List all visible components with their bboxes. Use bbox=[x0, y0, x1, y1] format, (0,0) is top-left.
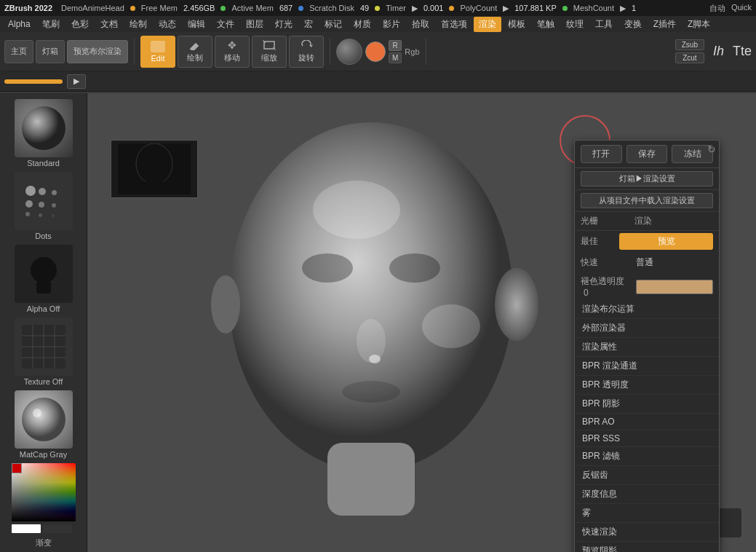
color-picker-area[interactable] bbox=[12, 463, 76, 533]
svg-point-15 bbox=[22, 398, 65, 441]
menu-movie[interactable]: 影片 bbox=[378, 17, 405, 32]
sidebar-item-standard[interactable]: Standard bbox=[7, 99, 80, 167]
standard-label: Standard bbox=[27, 159, 60, 167]
draw-btn[interactable]: 绘制 bbox=[178, 36, 212, 68]
color-indicator[interactable] bbox=[12, 463, 22, 473]
menu-file[interactable]: 文件 bbox=[212, 17, 239, 32]
render-list-item-9[interactable]: 反锯齿 bbox=[575, 466, 719, 485]
svg-point-22 bbox=[389, 253, 440, 283]
dot-icon2 bbox=[220, 6, 226, 11]
refresh-icon[interactable]: ↻ bbox=[707, 143, 716, 155]
edit-btn[interactable]: Edit bbox=[140, 36, 175, 68]
scale-btn[interactable]: 缩放 bbox=[252, 36, 287, 68]
render-list-item-6[interactable]: BPR AO bbox=[575, 414, 719, 430]
render-list-item-11[interactable]: 雾 bbox=[575, 504, 719, 523]
sidebar-item-dots[interactable]: Dots bbox=[7, 172, 80, 240]
edit-icon bbox=[151, 41, 165, 52]
m-button[interactable]: M bbox=[389, 52, 402, 63]
menu-edit[interactable]: 编辑 bbox=[183, 17, 210, 32]
menu-document[interactable]: 文档 bbox=[95, 17, 123, 32]
menu-layer[interactable]: 图层 bbox=[241, 17, 268, 32]
sidebar-item-alpha[interactable]: Alpha Off bbox=[7, 245, 80, 313]
material-color[interactable] bbox=[365, 42, 386, 62]
zsub-btn[interactable]: Zsub bbox=[675, 39, 704, 50]
dot-icon3 bbox=[298, 6, 303, 11]
swatch-black[interactable] bbox=[43, 524, 72, 533]
menu-brush[interactable]: 笔刷 bbox=[37, 17, 65, 32]
menu-transform[interactable]: 变换 bbox=[619, 17, 647, 32]
menu-material[interactable]: 材质 bbox=[349, 17, 376, 32]
menu-macro[interactable]: 宏 bbox=[299, 17, 318, 32]
menu-template[interactable]: 模板 bbox=[503, 17, 530, 32]
render-list-item-10[interactable]: 深度信息 bbox=[575, 485, 719, 504]
menu-stroke[interactable]: 笔触 bbox=[532, 17, 560, 32]
zcut-btn[interactable]: Zcut bbox=[675, 52, 704, 63]
auto-label[interactable]: 自动 bbox=[709, 3, 725, 14]
sidebar-item-matcap[interactable]: MatCap Gray bbox=[7, 390, 80, 459]
menu-draw[interactable]: 绘制 bbox=[124, 17, 152, 32]
svg-point-6 bbox=[31, 257, 57, 283]
svg-rect-7 bbox=[36, 282, 51, 293]
material-sphere[interactable] bbox=[336, 39, 362, 65]
poly-icon: ▶ bbox=[503, 4, 509, 13]
svg-point-21 bbox=[302, 253, 353, 283]
menu-marker[interactable]: 标记 bbox=[319, 17, 347, 32]
move-label: 移动 bbox=[224, 52, 240, 63]
menu-dynamic[interactable]: 动态 bbox=[154, 17, 181, 32]
rotate-btn[interactable]: 旋转 bbox=[289, 36, 324, 68]
scratch-label: Scratch Disk bbox=[309, 4, 354, 12]
menu-pickup[interactable]: 拾取 bbox=[407, 17, 434, 32]
render-list-item-12[interactable]: 快速渲染 bbox=[575, 523, 719, 542]
free-mem-value: 2.456GB bbox=[183, 4, 215, 12]
lightbox-tab-btn[interactable]: 灯箱 bbox=[36, 40, 65, 63]
rgb-button[interactable]: R bbox=[389, 40, 402, 51]
render-list-item-4[interactable]: BPR 透明度 bbox=[575, 376, 719, 395]
sidebar-item-texture[interactable]: Texture Off bbox=[7, 318, 80, 386]
texture-thumb bbox=[15, 318, 73, 376]
main-tab-btn[interactable]: 主页 bbox=[4, 40, 33, 63]
svg-point-29 bbox=[136, 143, 172, 184]
opacity-color-box[interactable] bbox=[636, 280, 713, 294]
menu-render[interactable]: 渲染 bbox=[474, 17, 501, 32]
menu-zscript[interactable]: Z脚本 bbox=[683, 17, 715, 32]
quick-label[interactable]: Quick bbox=[731, 3, 752, 14]
preview-render-btn[interactable]: 预览布尔渲染 bbox=[67, 40, 128, 63]
rotate-icon bbox=[299, 39, 314, 51]
sub-tool-btn1[interactable]: ▶ bbox=[67, 74, 86, 89]
menu-tool[interactable]: 工具 bbox=[590, 17, 618, 32]
menu-preferences[interactable]: 首选项 bbox=[436, 17, 472, 32]
tte-label: Tte bbox=[733, 44, 752, 59]
render-list-item-1[interactable]: 外部渲染器 bbox=[575, 319, 719, 338]
render-list-item-5[interactable]: BPR 阴影 bbox=[575, 395, 719, 414]
load-from-file-btn[interactable]: 从项目文件中载入渲染设置 bbox=[581, 193, 713, 208]
sidebar-item-gradient[interactable]: 渐变 bbox=[7, 537, 80, 548]
render-list-item-7[interactable]: BPR SSS bbox=[575, 430, 719, 447]
menu-zplugin[interactable]: Z插件 bbox=[648, 17, 681, 32]
opacity-row: 褪色透明度 0 bbox=[575, 273, 719, 300]
render-list-item-0[interactable]: 渲染布尔运算 bbox=[575, 300, 719, 319]
render-list-item-3[interactable]: BPR 渲染通道 bbox=[575, 357, 719, 376]
save-btn[interactable]: 保存 bbox=[626, 145, 668, 163]
best-value-btn[interactable]: 预览 bbox=[619, 233, 713, 250]
menu-color[interactable]: 色彩 bbox=[66, 17, 94, 32]
svg-rect-18 bbox=[327, 443, 415, 516]
viewport-thumbnail[interactable] bbox=[111, 140, 198, 198]
menu-texture[interactable]: 纹理 bbox=[561, 17, 589, 32]
menu-light[interactable]: 灯光 bbox=[270, 17, 298, 32]
move-btn[interactable]: ✥ 移动 bbox=[215, 36, 250, 68]
load-from-file-row: 从项目文件中载入渲染设置 bbox=[575, 190, 719, 212]
open-btn[interactable]: 打开 bbox=[581, 145, 622, 163]
render-list-item-2[interactable]: 渲染属性 bbox=[575, 338, 719, 357]
render-list-item-8[interactable]: BPR 滤镜 bbox=[575, 447, 719, 466]
dot-icon5 bbox=[449, 6, 454, 11]
lightbox-render-btn[interactable]: 灯箱▶渲染设置 bbox=[581, 171, 713, 186]
menu-alpha[interactable]: Alpha bbox=[3, 17, 36, 31]
fast-row: 快速 普通 bbox=[575, 252, 719, 273]
main-viewport[interactable]: ↻ 打开 保存 冻结 灯箱▶渲染设置 从项目文件中载入渲染设置 光栅 渲染 最佳… bbox=[87, 93, 756, 552]
mesh-value: 1 bbox=[632, 4, 636, 12]
svg-rect-30 bbox=[143, 181, 165, 194]
dot4 bbox=[25, 200, 33, 208]
render-list-item-13[interactable]: 预览阴影 bbox=[575, 542, 719, 552]
swatch-white[interactable] bbox=[12, 524, 41, 533]
matcap-thumb bbox=[15, 390, 73, 449]
